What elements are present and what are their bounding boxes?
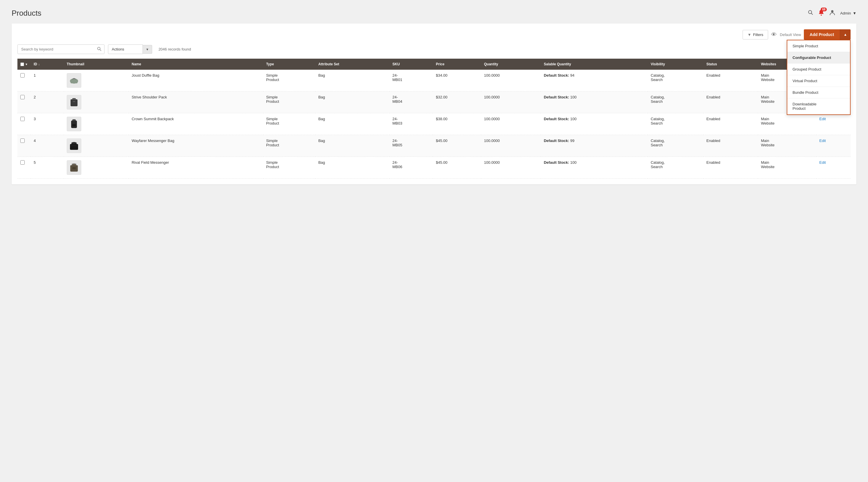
svg-point-2 — [821, 14, 822, 16]
col-header-type[interactable]: Type — [263, 59, 315, 70]
col-header-name[interactable]: Name — [129, 59, 263, 70]
table-row: 5 Rival Field Messenger SimpleProduct Ba… — [18, 157, 850, 179]
row-thumbnail — [64, 70, 129, 91]
row-sku: 24-MB03 — [390, 113, 433, 135]
edit-link-4[interactable]: Edit — [819, 139, 826, 143]
id-sort-icon: ↓ — [38, 63, 40, 66]
row-status: Enabled — [704, 135, 758, 157]
dropdown-item-grouped-product[interactable]: Grouped Product — [787, 64, 850, 75]
add-product-dropdown-toggle[interactable]: ▲ — [840, 29, 850, 40]
actions-dropdown-arrow[interactable]: ▼ — [143, 45, 152, 54]
row-attribute-set: Bag — [315, 70, 389, 91]
row-sku: 24-MB05 — [390, 135, 433, 157]
row-price: $45.00 — [433, 135, 481, 157]
funnel-icon: ▼ — [747, 32, 751, 37]
dropdown-item-configurable-product[interactable]: Configurable Product — [787, 52, 850, 64]
edit-link-5[interactable]: Edit — [819, 160, 826, 164]
select-all-checkbox[interactable] — [20, 62, 24, 66]
row-id: 5 — [31, 157, 64, 179]
dropdown-item-virtual-product[interactable]: Virtual Product — [787, 75, 850, 87]
columns-view-icon[interactable]: 👁 — [771, 31, 777, 38]
col-header-status[interactable]: Status — [704, 59, 758, 70]
col-header-sku[interactable]: SKU — [390, 59, 433, 70]
notification-icon[interactable]: 68 — [818, 9, 825, 17]
row-visibility: Catalog,Search — [648, 91, 704, 113]
svg-rect-17 — [72, 167, 76, 169]
actions-select[interactable]: Actions — [108, 44, 143, 54]
col-header-salable-quantity[interactable]: Salable Quantity — [541, 59, 648, 70]
row-checkbox-2[interactable] — [20, 95, 25, 99]
row-thumbnail — [64, 113, 129, 135]
dropdown-item-downloadable-product[interactable]: DownloadableProduct — [787, 98, 850, 114]
row-type: SimpleProduct — [263, 157, 315, 179]
col-header-attribute-set[interactable]: Attribute Set — [315, 59, 389, 70]
table-row: 4 Wayfarer Messenger Bag SimpleProduct B… — [18, 135, 850, 157]
search-icon[interactable] — [808, 9, 813, 17]
row-salable-quantity: Default Stock: 100 — [541, 157, 648, 179]
row-name: Strive Shoulder Pack — [129, 91, 263, 113]
add-product-button[interactable]: Add Product — [804, 29, 840, 40]
row-status: Enabled — [704, 91, 758, 113]
svg-rect-12 — [72, 119, 76, 121]
row-sku: 24-MB01 — [390, 70, 433, 91]
dropdown-item-simple-product[interactable]: Simple Product — [787, 40, 850, 52]
row-type: SimpleProduct — [263, 135, 315, 157]
row-checkbox-1[interactable] — [20, 73, 25, 78]
row-quantity: 100.0000 — [481, 135, 541, 157]
actions-wrapper: Actions ▼ — [108, 44, 152, 54]
row-sku: 24-MB06 — [390, 157, 433, 179]
svg-rect-13 — [72, 124, 76, 126]
col-header-thumbnail: Thumbnail — [64, 59, 129, 70]
row-status: Enabled — [704, 157, 758, 179]
search-submit-icon[interactable] — [97, 47, 102, 52]
row-id: 3 — [31, 113, 64, 135]
select-all-dropdown[interactable]: ▼ — [25, 63, 28, 66]
table-row: 1 Joust Duffle Bag SimpleProduct Bag 24-… — [18, 70, 850, 91]
row-name: Crown Summit Backpack — [129, 113, 263, 135]
notification-badge: 68 — [821, 7, 827, 11]
svg-rect-9 — [72, 98, 76, 100]
table-row: 2 Strive Shoulder Pack SimpleProduct Bag… — [18, 91, 850, 113]
row-checkbox-cell — [18, 70, 31, 91]
search-wrapper — [18, 44, 104, 54]
edit-link-3[interactable]: Edit — [819, 117, 826, 121]
row-status: Enabled — [704, 113, 758, 135]
row-quantity: 100.0000 — [481, 91, 541, 113]
row-name: Rival Field Messenger — [129, 157, 263, 179]
row-id: 4 — [31, 135, 64, 157]
search-input[interactable] — [18, 44, 104, 54]
col-header-id[interactable]: ID ↓ — [31, 59, 64, 70]
col-header-visibility[interactable]: Visibility — [648, 59, 704, 70]
row-checkbox-cell — [18, 91, 31, 113]
dropdown-item-bundle-product[interactable]: Bundle Product — [787, 87, 850, 98]
svg-line-1 — [811, 13, 813, 15]
row-type: SimpleProduct — [263, 70, 315, 91]
row-salable-quantity: Default Stock: 100 — [541, 113, 648, 135]
row-salable-quantity: Default Stock: 94 — [541, 70, 648, 91]
row-quantity: 100.0000 — [481, 70, 541, 91]
filters-button[interactable]: ▼ Filters — [743, 30, 768, 39]
row-edit-cell: Edit — [816, 135, 850, 157]
row-name: Joust Duffle Bag — [129, 70, 263, 91]
row-thumbnail — [64, 157, 129, 179]
row-thumbnail — [64, 135, 129, 157]
row-checkbox-cell — [18, 135, 31, 157]
products-table: ▼ ID ↓ Thumbnail Name Type Attribute Set… — [18, 59, 850, 179]
col-header-quantity[interactable]: Quantity — [481, 59, 541, 70]
row-salable-quantity: Default Stock: 100 — [541, 91, 648, 113]
row-checkbox-3[interactable] — [20, 117, 25, 121]
select-all-header: ▼ — [18, 59, 31, 70]
row-websites: MainWebsite — [758, 113, 816, 135]
col-header-price[interactable]: Price — [433, 59, 481, 70]
add-product-wrapper: Add Product ▲ Simple Product Configurabl… — [804, 29, 850, 40]
row-sku: 24-MB04 — [390, 91, 433, 113]
row-attribute-set: Bag — [315, 91, 389, 113]
row-visibility: Catalog,Search — [648, 70, 704, 91]
row-checkbox-5[interactable] — [20, 160, 25, 164]
columns-label: Default View — [780, 32, 801, 37]
product-type-dropdown: Simple Product Configurable Product Grou… — [787, 40, 850, 115]
admin-user-menu[interactable]: Admin ▼ — [840, 11, 857, 16]
row-checkbox-4[interactable] — [20, 139, 25, 143]
row-edit-cell: Edit — [816, 113, 850, 135]
row-price: $32.00 — [433, 91, 481, 113]
